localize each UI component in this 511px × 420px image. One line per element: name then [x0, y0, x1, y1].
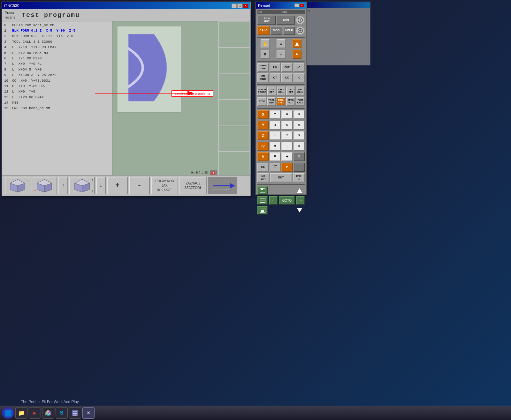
taskbar-folder-btn[interactable]: 📁 [15, 407, 27, 419]
minimize-button[interactable]: _ [232, 4, 237, 8]
num3-btn[interactable]: 3 [294, 131, 305, 140]
chf2-btn[interactable]: ,↗ [294, 63, 305, 72]
cr-rnd-btn[interactable]: CRRND [257, 73, 269, 82]
ct-btn[interactable]: CT [270, 73, 281, 82]
x-btn[interactable]: X [257, 110, 269, 119]
keypad-minimize-btn[interactable]: _ [294, 4, 299, 7]
keypad-titlebar: Keypad _ ✕ [256, 2, 306, 9]
c-btn[interactable]: ,C [294, 73, 305, 82]
up-arrow-icon: ↑ [62, 183, 65, 189]
num9-btn[interactable]: 9 [294, 110, 305, 119]
stop-btn[interactable]: STOP [257, 97, 266, 106]
end-btn[interactable]: END□ [293, 173, 305, 182]
p-btn[interactable]: P [281, 163, 293, 172]
orange-btn-1[interactable] [293, 39, 301, 48]
no-ent-btn[interactable]: NOENT [257, 173, 269, 182]
iv-btn[interactable]: IV [257, 142, 269, 151]
backspace-x-btn[interactable]: ✕ [270, 152, 281, 161]
help-btn[interactable]: HELP [283, 26, 295, 35]
svg-marker-35 [297, 208, 302, 213]
arrow-btn-row4[interactable]: ⇒ [277, 50, 286, 59]
down-nav-btn[interactable] [294, 206, 305, 214]
taskbar-x-btn[interactable]: ✕ [82, 407, 95, 419]
num0-btn[interactable]: 0 [270, 142, 281, 151]
cycl-def-btn[interactable]: CYCLDEF [267, 86, 276, 95]
pgm-call-btn[interactable]: PGMCALL [296, 97, 305, 106]
spec-fct-btn[interactable]: SPECFCT [286, 97, 295, 106]
hand-icon-btn[interactable]: ✋ [261, 39, 270, 48]
taskbar-chrome-btn[interactable] [42, 407, 54, 419]
cc-btn[interactable]: CC [281, 73, 293, 82]
keypad-row-cr: CRRND CT CC ,C [257, 73, 305, 82]
keypad-close-btn[interactable]: ✕ [300, 4, 304, 7]
ce-btn[interactable]: CE [257, 163, 269, 172]
num6-btn[interactable]: 6 [294, 121, 305, 130]
right-nav-btn[interactable]: → [296, 196, 305, 205]
up-arrow-btn[interactable]: ↑ [58, 177, 68, 194]
key-icon-btn[interactable]: ⊞ [261, 50, 270, 59]
down-arrow-btn[interactable]: ↓ [96, 177, 106, 194]
circle-btn-2[interactable] [296, 26, 305, 35]
cube-btn-1[interactable]: → [5, 177, 30, 194]
annotation: zawieszenie promienia [172, 90, 213, 97]
nav-save-btn-2[interactable] [257, 196, 268, 205]
right-panel-1 [219, 22, 249, 48]
lbl-call-btn[interactable]: LBLCALL [296, 86, 305, 95]
backspace-nav-btn[interactable]: ← [269, 196, 278, 205]
q-btn[interactable]: Q [294, 152, 305, 161]
del-btn[interactable]: DEL□ [270, 163, 281, 172]
tool-def-btn[interactable]: TOOLDEF [267, 97, 276, 106]
desktop-label: The Perfect Fit For Work And Play [21, 400, 79, 404]
nav-save-btn-1[interactable] [257, 186, 268, 195]
up-nav-btn[interactable] [294, 186, 305, 195]
lbl-set-btn[interactable]: LBLSET [286, 86, 295, 95]
err-btn[interactable]: ERR [277, 16, 295, 25]
num5-btn[interactable]: 5 [281, 121, 293, 130]
keypad-row-x789: X 7 8 9 [257, 110, 305, 119]
maximize-button[interactable]: □ [237, 4, 242, 8]
num8-btn[interactable]: 8 [281, 110, 293, 119]
appr-dep-btn[interactable]: APPRDEP [257, 63, 269, 72]
num4-btn[interactable]: 4 [270, 121, 281, 130]
taskbar-skype-btn[interactable]: S [56, 407, 68, 419]
circle-btn-1[interactable] [296, 16, 305, 25]
cycl-call-btn[interactable]: CYCLCALL [277, 86, 286, 95]
tool-call-btn[interactable]: TOOLCALL [277, 97, 286, 106]
circle-cross-btn[interactable]: ⊕ [277, 39, 286, 48]
code-line-10: 10 CC X+0 Y+43.0631 [4, 78, 111, 84]
fk-btn[interactable]: FK [270, 63, 281, 72]
i-btn[interactable]: I [294, 163, 305, 172]
y-btn[interactable]: Y [257, 121, 269, 130]
z-btn[interactable]: Z [257, 131, 269, 140]
nav-save-btn-3[interactable] [257, 206, 268, 214]
start-button[interactable] [2, 407, 14, 419]
num1-btn[interactable]: 1 [270, 131, 281, 140]
right-panels [218, 21, 250, 178]
plus-button[interactable]: + [107, 177, 128, 194]
percent-btn[interactable]: % [294, 142, 305, 151]
mod-btn[interactable]: MOD [270, 26, 282, 35]
num7-btn[interactable]: 7 [270, 110, 281, 119]
orange-arrow-right-btn[interactable] [293, 50, 301, 59]
calc-btn[interactable]: CALC [257, 26, 270, 35]
dot-btn[interactable]: . [281, 142, 293, 151]
divider-5 [257, 184, 305, 185]
pgm-mgt-btn[interactable]: PGMMGT [257, 16, 276, 25]
num2-btn[interactable]: 2 [281, 131, 293, 140]
taskbar-media-btn[interactable]: ▶ [29, 407, 41, 419]
cube-btn-2[interactable]: → [32, 177, 57, 194]
cube-btn-3[interactable]: ↑ ↓ [69, 177, 95, 194]
minus-button[interactable]: - [129, 177, 150, 194]
goto-btn[interactable]: GOTO [279, 196, 295, 205]
arrows-toolbar-btn[interactable] [208, 177, 237, 194]
plus-btn[interactable]: + [281, 152, 293, 161]
v-btn[interactable]: V [257, 152, 269, 161]
touch-probe-btn[interactable]: TOUCHPROBE [257, 86, 267, 95]
chf-btn[interactable]: CHF [281, 63, 293, 72]
ent-btn[interactable]: ENT [270, 173, 292, 182]
polwyrob-button[interactable]: POŁWYROB JAK BLK KSZT. [151, 177, 178, 194]
taskbar-calc-btn[interactable] [69, 407, 81, 419]
svg-rect-46 [74, 413, 76, 414]
close-button[interactable]: ✕ [243, 4, 248, 8]
zaznacz-button[interactable]: ZAZNACZ SZCZEGÓŁ [179, 177, 207, 194]
